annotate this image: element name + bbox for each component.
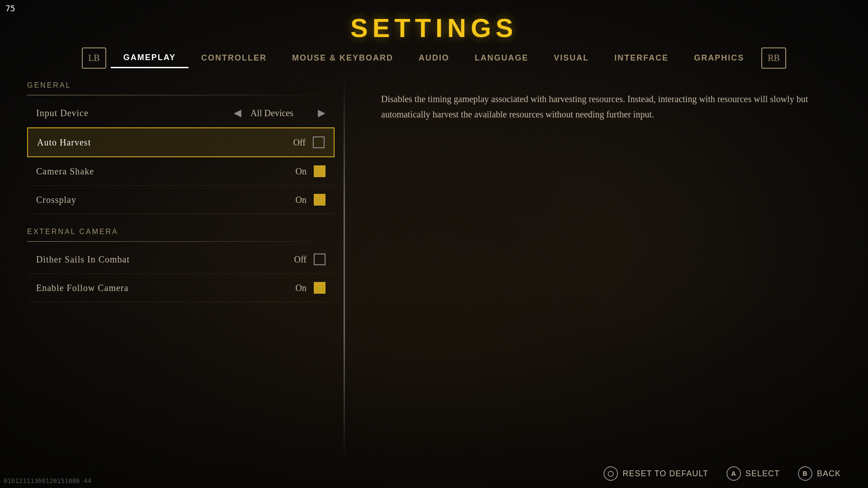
main-content: GENERAL Input Device ◀ All Devices … ▶ A… [0,78,868,459]
dither-sails-value: Off [294,254,307,265]
setting-input-device[interactable]: Input Device ◀ All Devices … ▶ [27,99,335,127]
nav-tabs: LB GAMEPLAY CONTROLLER MOUSE & KEYBOARD … [0,47,868,69]
follow-camera-label: Enable Follow Camera [36,283,128,293]
fps-counter: 75 [5,4,15,13]
section-general-divider [27,95,335,95]
tab-audio[interactable]: AUDIO [406,49,462,67]
camera-shake-checkbox[interactable] [314,165,326,177]
reset-label: RESET TO DEFAULT [623,469,708,479]
tab-graphics[interactable]: GRAPHICS [681,49,757,67]
setting-follow-camera[interactable]: Enable Follow Camera On [27,274,335,302]
input-device-label: Input Device [36,108,89,118]
select-label: SELECT [745,469,780,479]
setting-description: Disables the timing gameplay associated … [381,91,814,122]
reset-default-action[interactable]: ◯ RESET TO DEFAULT [604,466,708,481]
setting-dither-sails[interactable]: Dither Sails In Combat Off [27,245,335,274]
back-action[interactable]: B BACK [798,466,841,481]
follow-camera-value: On [296,283,307,293]
b-button-icon: B [798,466,812,481]
auto-harvest-controls: Off [293,136,325,148]
dither-sails-checkbox[interactable] [314,253,326,265]
tab-mouse-keyboard[interactable]: MOUSE & KEYBOARD [279,49,406,67]
page-title: SETTINGS [0,13,868,43]
title-bar: SETTINGS [0,0,868,47]
bottom-bar: ◯ RESET TO DEFAULT A SELECT B BACK [0,459,868,488]
rb-button[interactable]: RB [761,47,786,69]
dither-sails-controls: Off [294,253,326,265]
input-device-value: All Devices [250,108,293,118]
auto-harvest-value: Off [293,137,306,148]
section-general-header: GENERAL [27,81,335,89]
serial-number: 01612111360120151086 44 [4,477,91,484]
left-panel: GENERAL Input Device ◀ All Devices … ▶ A… [27,78,335,459]
auto-harvest-label: Auto Harvest [37,137,91,148]
tab-language[interactable]: LANGUAGE [462,49,541,67]
crossplay-checkbox[interactable] [314,194,326,206]
crossplay-label: Crossplay [36,195,76,205]
reset-icon: ◯ [604,466,618,481]
input-device-controls: ◀ All Devices … ▶ [234,107,326,119]
input-device-next[interactable]: ▶ [318,107,326,119]
camera-shake-label: Camera Shake [36,166,94,177]
lb-button[interactable]: LB [82,47,106,69]
back-label: BACK [817,469,841,479]
general-settings-list: Input Device ◀ All Devices … ▶ Auto Harv… [27,99,335,214]
setting-camera-shake[interactable]: Camera Shake On [27,157,335,186]
select-action[interactable]: A SELECT [726,466,780,481]
section-external-camera-divider [27,241,335,242]
right-panel: Disables the timing gameplay associated … [354,78,841,459]
auto-harvest-checkbox[interactable] [313,136,325,148]
dither-sails-label: Dither Sails In Combat [36,254,130,265]
external-camera-settings-list: Dither Sails In Combat Off Enable Follow… [27,245,335,302]
input-device-prev[interactable]: ◀ [234,107,241,119]
setting-crossplay[interactable]: Crossplay On [27,186,335,214]
tab-gameplay[interactable]: GAMEPLAY [111,48,189,68]
section-external-camera-header: EXTERNAL CAMERA [27,228,335,236]
camera-shake-value: On [296,166,307,177]
crossplay-value: On [296,195,307,205]
tab-interface[interactable]: INTERFACE [602,49,681,67]
tab-visual[interactable]: VISUAL [541,49,602,67]
camera-shake-controls: On [296,165,326,177]
a-button-icon: A [726,466,741,481]
follow-camera-controls: On [296,282,326,294]
setting-auto-harvest[interactable]: Auto Harvest Off [27,127,335,157]
tab-controller[interactable]: CONTROLLER [189,49,279,67]
crossplay-controls: On [296,194,326,206]
follow-camera-checkbox[interactable] [314,282,326,294]
panel-divider [344,78,345,459]
